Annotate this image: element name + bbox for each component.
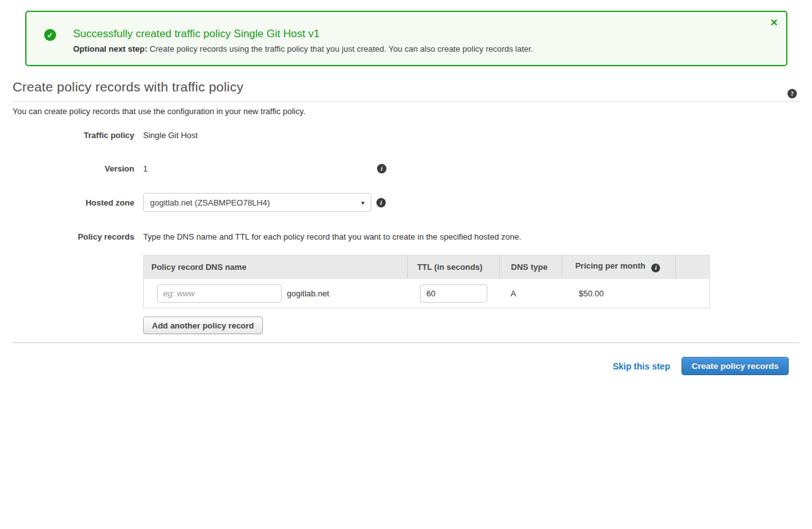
info-icon[interactable]: i <box>651 264 660 272</box>
header-pricing: Pricing per month i <box>562 255 676 279</box>
hosted-zone-label: Hosted zone <box>0 193 134 212</box>
empty-cell <box>676 279 710 308</box>
footer-actions: Skip this step Create policy records <box>0 357 789 375</box>
skip-this-step-link[interactable]: Skip this step <box>613 361 670 371</box>
info-icon[interactable]: i <box>377 164 386 173</box>
success-banner: ✓ Successfully created traffic policy Si… <box>25 11 787 66</box>
domain-suffix: gogitlab.net <box>287 289 329 298</box>
dns-type-cell: A <box>499 279 562 308</box>
traffic-policy-value: Single Git Host <box>143 131 198 140</box>
version-row: Version 1 i <box>0 164 812 173</box>
hosted-zone-row: Hosted zone gogitlab.net (ZSABMPEO78LH4)… <box>0 193 812 212</box>
banner-title: Successfully created traffic policy Sing… <box>73 28 761 40</box>
help-icon[interactable]: ? <box>787 89 797 98</box>
banner-next-step-text: Create policy records using the traffic … <box>149 44 533 54</box>
header-dns-name: Policy record DNS name <box>144 255 408 279</box>
policy-records-row: Policy records Type the DNS name and TTL… <box>0 232 812 334</box>
hosted-zone-selected-value: gogitlab.net (ZSABMPEO78LH4) <box>150 198 270 207</box>
page-header: Create policy records with traffic polic… <box>13 79 799 102</box>
add-policy-record-button[interactable]: Add another policy record <box>143 317 263 334</box>
divider <box>13 342 799 343</box>
version-value: 1 <box>143 164 377 173</box>
traffic-policy-label: Traffic policy <box>0 131 134 140</box>
dns-name-input[interactable] <box>157 284 282 303</box>
header-empty <box>676 255 710 279</box>
success-check-icon: ✓ <box>44 29 56 41</box>
policy-records-form: Traffic policy Single Git Host Version 1… <box>0 131 812 334</box>
pricing-value: $50.00 <box>579 289 604 298</box>
ttl-cell <box>407 279 499 308</box>
traffic-policy-row: Traffic policy Single Git Host <box>0 131 812 140</box>
page-description: You can create policy records that use t… <box>13 107 812 116</box>
hosted-zone-select[interactable]: gogitlab.net (ZSABMPEO78LH4) ▾ <box>143 193 371 212</box>
info-icon[interactable]: i <box>376 198 386 207</box>
table-header-row: Policy record DNS name TTL (in seconds) … <box>144 255 710 279</box>
close-icon[interactable]: ✕ <box>770 18 778 27</box>
banner-next-step-label: Optional next step: <box>73 44 148 54</box>
banner-subtitle: Optional next step: Create policy record… <box>73 44 761 54</box>
chevron-down-icon: ▾ <box>361 199 364 206</box>
policy-records-table: Policy record DNS name TTL (in seconds) … <box>143 255 710 308</box>
ttl-input[interactable] <box>420 284 487 303</box>
dns-name-cell: gogitlab.net <box>144 279 408 308</box>
header-dns-type: DNS type <box>499 255 562 279</box>
create-policy-records-button[interactable]: Create policy records <box>682 357 789 375</box>
pricing-cell: $50.00 <box>562 279 676 308</box>
page-title: Create policy records with traffic polic… <box>13 79 799 95</box>
table-row: gogitlab.net A $50.00 <box>144 279 710 308</box>
policy-records-label: Policy records <box>0 232 134 334</box>
header-pricing-label: Pricing per month <box>575 261 645 270</box>
header-ttl: TTL (in seconds) <box>407 255 499 279</box>
dns-type-value: A <box>511 289 516 298</box>
policy-records-description: Type the DNS name and TTL for each polic… <box>143 232 521 241</box>
version-label: Version <box>0 164 134 173</box>
